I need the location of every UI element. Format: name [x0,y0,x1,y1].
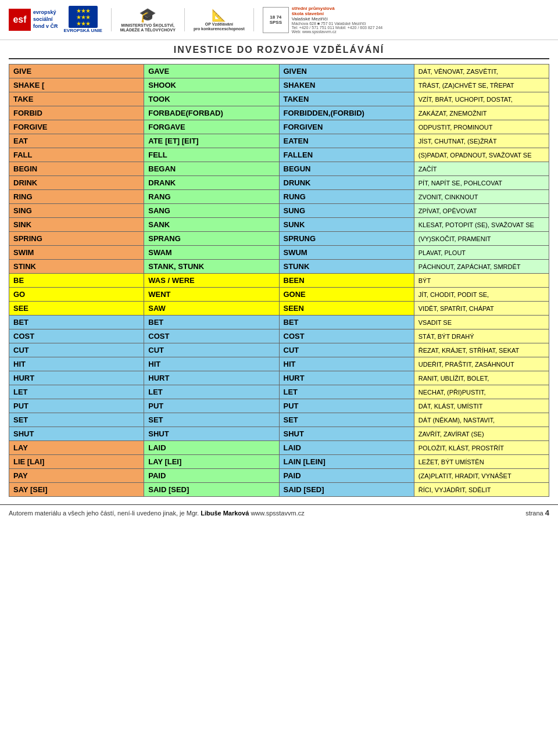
cell-r15-c3: BEEN [279,274,414,288]
cell-r30-c1: SAY [SEI] [9,483,144,497]
cell-r9-c4: ZVONIT, CINKNOUT [414,190,549,204]
cell-r26-c2: SHUT [144,427,279,441]
table-row: CUTCUTCUTŘEZAT, KRÁJET, STŘÍHAT, SEKAT [9,343,549,357]
cell-r10-c3: SUNG [279,204,414,218]
msmt-logo: 🎓 MINISTERSTVO ŠKOLSTVÍ, MLÁDEŽE A TĚLOV… [120,7,176,33]
cell-r19-c2: COST [144,329,279,343]
cell-r17-c2: SAW [144,302,279,316]
cell-r11-c4: KLESAT, POTOPIT (SE), SVAŽOVAT SE [414,218,549,232]
cell-r15-c1: BE [9,274,144,288]
table-row: SPRINGSPRANGSPRUNG(VY)SKOČIT, PRAMENIT [9,232,549,246]
cell-r27-c3: LAID [279,441,414,455]
cell-r2-c1: TAKE [9,92,144,106]
eu-logo: ★★★★★★★★★ EVROPSKÁ UNIE [64,6,102,34]
cell-r22-c4: RANIT, UBLÍŽIT, BOLET, [414,371,549,385]
spss-name: střední průmyslová [292,6,382,11]
cell-r12-c2: SPRANG [144,232,279,246]
table-row: GOWENTGONEJÍT, CHODIT, PODIT SE, [9,288,549,302]
footer-text1: Autorem materiálu a všech jeho částí, ne… [9,510,199,517]
table-row: SEESAWSEENVIDĚT, SPATŘIT, CHÁPAT [9,302,549,316]
cell-r11-c3: SUNK [279,218,414,232]
cell-r7-c2: BEGAN [144,162,279,176]
cell-r14-c4: PÁCHNOUT, ZAPÁCHAT, SMRDĚT [414,260,549,274]
eu-label: EVROPSKÁ UNIE [64,28,102,34]
cell-r23-c4: NECHAT, (PŘI)PUSTIT, [414,385,549,399]
table-row: GIVEGAVEGIVENDÁT, VĚNOVAT, ZASVĚTIT, [9,65,549,78]
table-row: FALLFELLFALLEN(S)PADAT, OPADNOUT, SVAŽOV… [9,148,549,162]
cell-r20-c3: CUT [279,343,414,357]
table-row: LETLETLETNECHAT, (PŘI)PUSTIT, [9,385,549,399]
cell-r21-c4: UDEŘIT, PRAŠTIT, ZASÁHNOUT [414,357,549,371]
cell-r15-c2: WAS / WERE [144,274,279,288]
esf-icon: esf [9,9,31,31]
table-row: RINGRANGRUNGZVONIT, CINKNOUT [9,190,549,204]
cell-r6-c1: FALL [9,148,144,162]
cell-r8-c2: DRANK [144,176,279,190]
cell-r25-c3: SET [279,413,414,427]
cell-r25-c1: SET [9,413,144,427]
cell-r0-c3: GIVEN [279,65,414,78]
spss-city: Valašské Meziříčí [292,16,382,22]
op-icon: 📐 [212,8,226,22]
table-row: DRINKDRANKDRUNKPÍT, NAPÍT SE, POHLCOVAT [9,176,549,190]
esf-text: evropský [33,9,58,16]
cell-r13-c4: PLAVAT, PLOUT [414,246,549,260]
spss-contact: Tel: +420 / 571 751 011 Mobil: +420 / 60… [292,26,382,30]
cell-r27-c1: LAY [9,441,144,455]
cell-r21-c3: HIT [279,357,414,371]
cell-r2-c4: VZÍT, BRÁT, UCHOPIT, DOSTAT, [414,92,549,106]
cell-r22-c1: HURT [9,371,144,385]
footer-text2: www.spsstavvm.cz [251,510,304,517]
cell-r27-c4: POLOŽIT, KLÁST, PROSTŘÍT [414,441,549,455]
cell-r25-c2: SET [144,413,279,427]
cell-r17-c4: VIDĚT, SPATŘIT, CHÁPAT [414,302,549,316]
cell-r1-c3: SHAKEN [279,78,414,92]
cell-r26-c4: ZAVŘÍT, ZAVÍRAT (SE) [414,427,549,441]
cell-r10-c1: SING [9,204,144,218]
cell-r4-c2: FORGAVE [144,120,279,134]
cell-r21-c2: HIT [144,357,279,371]
cell-r15-c4: BÝT [414,274,549,288]
cell-r23-c1: LET [9,385,144,399]
cell-r4-c4: ODPUSTIT, PROMINOUT [414,120,549,134]
cell-r18-c2: BET [144,316,279,329]
cell-r2-c3: TAKEN [279,92,414,106]
spss-addr: Máchova 628 ■ 757 01 Valašské Meziříčí [292,22,382,26]
cell-r29-c3: PAID [279,469,414,483]
cell-r8-c3: DRUNK [279,176,414,190]
cell-r12-c1: SPRING [9,232,144,246]
cell-r24-c2: PUT [144,399,279,413]
cell-r24-c3: PUT [279,399,414,413]
table-row: LIE [LAI]LAY [LEI]LAIN [LEIN]LEŽET, BÝT … [9,455,549,469]
cell-r16-c3: GONE [279,288,414,302]
cell-r5-c1: EAT [9,134,144,148]
cell-r20-c2: CUT [144,343,279,357]
cell-r10-c2: SANG [144,204,279,218]
cell-r9-c3: RUNG [279,190,414,204]
cell-r28-c2: LAY [LEI] [144,455,279,469]
cell-r3-c3: FORBIDDEN,(FORBID) [279,106,414,120]
spss-logo: 18 74 SPSS střední průmyslová škola stav… [263,6,382,34]
table-row: BEWAS / WEREBEENBÝT [9,274,549,288]
divider3 [253,8,254,31]
cell-r21-c1: HIT [9,357,144,371]
cell-r27-c2: LAID [144,441,279,455]
table-row: HURTHURTHURTRANIT, UBLÍŽIT, BOLET, [9,371,549,385]
cell-r12-c4: (VY)SKOČIT, PRAMENIT [414,232,549,246]
cell-r24-c4: DÁT, KLÁST, UMÍSTIT [414,399,549,413]
cell-r5-c2: ATE [ET] [EIT] [144,134,279,148]
page-number: strana 4 [525,508,549,517]
table-row: SETSETSETDÁT (NĚKAM), NASTAVIT, [9,413,549,427]
cell-r1-c1: SHAKE [ [9,78,144,92]
divider2 [184,8,185,31]
table-row: COSTCOSTCOSTSTÁT, BÝT DRAHÝ [9,329,549,343]
table-row: SAY [SEI]SAID [SED]SAID [SED]ŘÍCI, VYJÁD… [9,483,549,497]
cell-r8-c1: DRINK [9,176,144,190]
table-row: SHUTSHUTSHUTZAVŘÍT, ZAVÍRAT (SE) [9,427,549,441]
cell-r6-c3: FALLEN [279,148,414,162]
table-row: PAYPAIDPAID(ZA)PLATIT, HRADIT, VYNÁŠET [9,469,549,483]
cell-r28-c4: LEŽET, BÝT UMÍSTĚN [414,455,549,469]
spss-web: Web: www.spsstavvm.cz [292,30,382,34]
msmt-text2: MLÁDEŽE A TĚLOVÝCHOVY [120,28,176,33]
table-row: SHAKE [SHOOKSHAKENTŘÁST, (ZA)CHVĚT SE, T… [9,78,549,92]
